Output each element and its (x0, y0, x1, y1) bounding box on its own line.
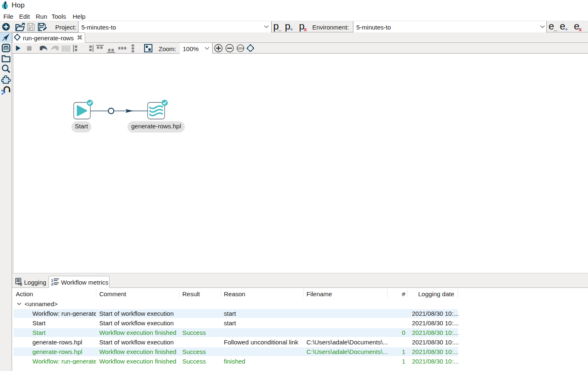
svg-text:100%: 100% (237, 47, 244, 50)
svg-text:+: + (565, 25, 568, 32)
svg-text:...: ... (554, 27, 557, 32)
svg-text:...: ... (278, 27, 282, 32)
svg-text:x: x (579, 26, 582, 32)
svg-text:generate-rows.hpl: generate-rows.hpl (131, 123, 181, 130)
svg-text:+: + (290, 25, 294, 32)
svg-text:Start: Start (75, 123, 88, 130)
svg-text:x: x (304, 26, 307, 32)
svg-text:og: og (18, 282, 22, 286)
svg-text:2: 2 (51, 282, 53, 286)
